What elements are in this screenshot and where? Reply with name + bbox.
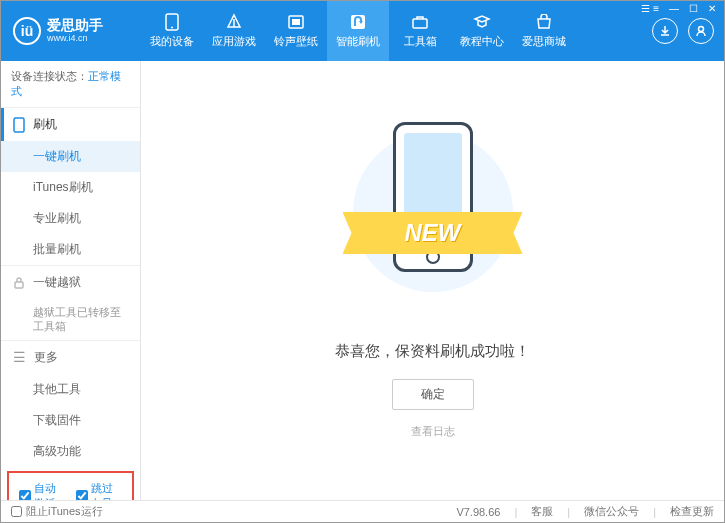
store-icon [535, 13, 553, 31]
svg-rect-3 [292, 19, 300, 25]
app-url: www.i4.cn [47, 34, 103, 44]
auto-activate-checkbox[interactable]: 自动激活 [19, 481, 66, 500]
header-right [652, 18, 724, 44]
main-content: NEW 恭喜您，保资料刷机成功啦！ 确定 查看日志 [141, 61, 724, 500]
app-name: 爱思助手 [47, 18, 103, 33]
nav-store[interactable]: 爱思商城 [513, 1, 575, 61]
nav-tutorials[interactable]: 教程中心 [451, 1, 513, 61]
header: iü 爱思助手 www.i4.cn 我的设备 应用游戏 铃声壁纸 智能刷机 [1, 1, 724, 61]
new-ribbon: NEW [343, 212, 523, 254]
sidebar-item-batch-flash[interactable]: 批量刷机 [1, 234, 140, 265]
sidebar-item-one-click-flash[interactable]: 一键刷机 [1, 141, 140, 172]
confirm-button[interactable]: 确定 [392, 379, 474, 410]
download-button[interactable] [652, 18, 678, 44]
logo-icon: iü [13, 17, 41, 45]
more-icon: ☰ [13, 349, 26, 365]
apps-icon [225, 13, 243, 31]
close-icon[interactable]: ✕ [706, 3, 718, 14]
flash-section-header[interactable]: 刷机 [1, 108, 140, 141]
check-update-link[interactable]: 检查更新 [670, 504, 714, 519]
maximize-icon[interactable]: ☐ [687, 3, 700, 14]
tutorial-icon [473, 13, 491, 31]
jailbreak-note: 越狱工具已转移至工具箱 [1, 299, 140, 340]
sidebar-item-pro-flash[interactable]: 专业刷机 [1, 203, 140, 234]
toolbox-icon [411, 13, 429, 31]
success-illustration: NEW [353, 122, 513, 322]
more-section-header[interactable]: ☰ 更多 [1, 341, 140, 374]
nav-ringtones[interactable]: 铃声壁纸 [265, 1, 327, 61]
footer: 阻止iTunes运行 V7.98.66 | 客服 | 微信公众号 | 检查更新 [1, 500, 724, 522]
version-label: V7.98.66 [456, 506, 500, 518]
svg-rect-7 [14, 118, 24, 132]
phone-icon [13, 117, 25, 133]
sidebar-item-advanced[interactable]: 高级功能 [1, 436, 140, 467]
wallpaper-icon [287, 13, 305, 31]
nav-my-device[interactable]: 我的设备 [141, 1, 203, 61]
body: 设备连接状态：正常模式 刷机 一键刷机 iTunes刷机 专业刷机 批量刷机 一… [1, 61, 724, 500]
customer-service-link[interactable]: 客服 [531, 504, 553, 519]
success-message: 恭喜您，保资料刷机成功啦！ [335, 342, 530, 361]
phone-icon [163, 13, 181, 31]
svg-rect-8 [15, 282, 23, 288]
app-window: ☰ ≡ — ☐ ✕ iü 爱思助手 www.i4.cn 我的设备 应用游戏 铃声… [0, 0, 725, 523]
options-highlighted-box: 自动激活 跳过向导 [7, 471, 134, 500]
flash-icon [349, 13, 367, 31]
skip-guide-checkbox[interactable]: 跳过向导 [76, 481, 123, 500]
block-itunes-checkbox[interactable]: 阻止iTunes运行 [11, 504, 103, 519]
device-status: 设备连接状态：正常模式 [1, 61, 140, 107]
sidebar-item-other-tools[interactable]: 其他工具 [1, 374, 140, 405]
minimize-icon[interactable]: — [667, 3, 681, 14]
sidebar-item-itunes-flash[interactable]: iTunes刷机 [1, 172, 140, 203]
wechat-link[interactable]: 微信公众号 [584, 504, 639, 519]
svg-point-6 [699, 27, 704, 32]
svg-point-1 [171, 27, 173, 29]
sidebar: 设备连接状态：正常模式 刷机 一键刷机 iTunes刷机 专业刷机 批量刷机 一… [1, 61, 141, 500]
logo-area: iü 爱思助手 www.i4.cn [1, 17, 141, 45]
nav-toolbox[interactable]: 工具箱 [389, 1, 451, 61]
user-button[interactable] [688, 18, 714, 44]
main-nav: 我的设备 应用游戏 铃声壁纸 智能刷机 工具箱 教程中心 [141, 1, 652, 61]
sidebar-item-download-firmware[interactable]: 下载固件 [1, 405, 140, 436]
view-log-link[interactable]: 查看日志 [411, 424, 455, 439]
window-controls: ☰ ≡ — ☐ ✕ [639, 3, 718, 14]
nav-smart-flash[interactable]: 智能刷机 [327, 1, 389, 61]
jailbreak-section-header[interactable]: 一键越狱 [1, 266, 140, 299]
svg-rect-5 [413, 19, 427, 28]
lock-icon [13, 276, 25, 290]
menu-icon[interactable]: ☰ ≡ [639, 3, 661, 14]
nav-apps-games[interactable]: 应用游戏 [203, 1, 265, 61]
